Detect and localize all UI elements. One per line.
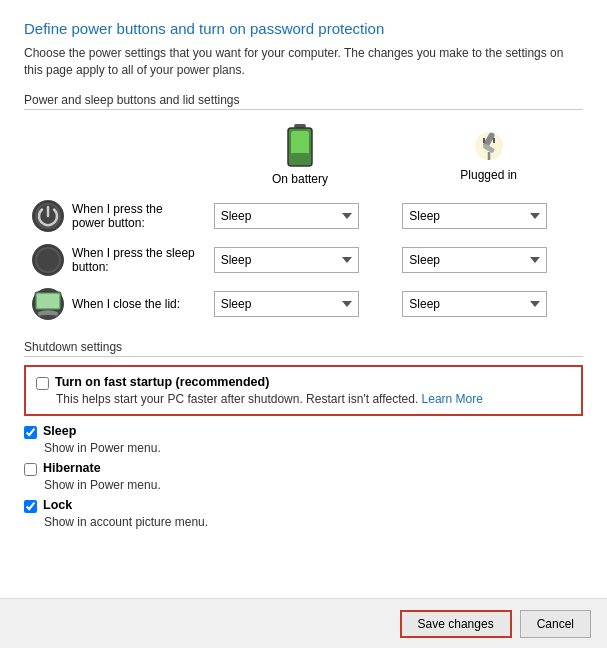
save-button[interactable]: Save changes [400,610,512,638]
hibernate-checkbox[interactable] [24,463,37,476]
plugged-in-select-1[interactable]: Do nothingSleepHibernateShut down [402,247,547,273]
row-icon-sleep [32,244,64,276]
hibernate-label[interactable]: Hibernate [43,461,101,475]
col-plugged-in: Plugged in [394,120,583,194]
fast-startup-checkbox[interactable] [36,377,49,390]
section1-label: Power and sleep buttons and lid settings [24,93,583,110]
sleep-label[interactable]: Sleep [43,424,76,438]
fast-startup-box: Turn on fast startup (recommended) This … [24,365,583,416]
on-battery-select-cell: Do nothingSleepHibernateShut down [206,194,395,238]
row-icon-lid [32,288,64,320]
row-label: When I press the power button: [72,202,198,230]
svg-rect-3 [291,153,309,159]
plugged-in-select-2[interactable]: Do nothingSleepHibernateShut down [402,291,547,317]
plugged-in-select-0[interactable]: Do nothingSleepHibernateShut down [402,203,547,229]
row-label-cell: When I press the sleep button: [24,238,206,282]
lock-label[interactable]: Lock [43,498,72,512]
plugged-in-label: Plugged in [460,168,517,182]
panel: Define power buttons and turn on passwor… [0,0,607,648]
row-icon-power [32,200,64,232]
plugged-in-select-cell: Do nothingSleepHibernateShut down [394,238,583,282]
pluggedin-icon [471,128,507,164]
shutdown-section: Shutdown settings Turn on fast startup (… [24,340,583,529]
learn-more-link[interactable]: Learn More [422,392,483,406]
sleep-sub-label: Show in Power menu. [44,441,583,455]
sleep-option-block: Sleep Show in Power menu. [24,424,583,455]
footer: Save changes Cancel [0,598,607,648]
fast-startup-label[interactable]: Turn on fast startup (recommended) [55,375,269,389]
row-label-cell: When I close the lid: [24,282,206,326]
on-battery-select-cell: Do nothingSleepHibernateShut down [206,282,395,326]
on-battery-select-0[interactable]: Do nothingSleepHibernateShut down [214,203,359,229]
svg-point-13 [37,249,59,271]
hibernate-sub-label: Show in Power menu. [44,478,583,492]
row-label: When I close the lid: [72,297,180,311]
on-battery-label: On battery [272,172,328,186]
row-label: When I press the sleep button: [72,246,198,274]
fast-startup-description: This helps start your PC faster after sh… [56,392,571,406]
lock-checkbox[interactable] [24,500,37,513]
sleep-checkbox[interactable] [24,426,37,439]
page-title: Define power buttons and turn on passwor… [24,20,583,37]
battery-icon [286,124,314,168]
on-battery-select-cell: Do nothingSleepHibernateShut down [206,238,395,282]
power-row: When I close the lid: Do nothingSleepHib… [24,282,583,326]
col-on-battery: On battery [206,120,395,194]
power-row: When I press the sleep button: Do nothin… [24,238,583,282]
hibernate-option-block: Hibernate Show in Power menu. [24,461,583,492]
section2-label: Shutdown settings [24,340,583,357]
svg-rect-15 [37,294,59,308]
cancel-button[interactable]: Cancel [520,610,591,638]
plugged-in-select-cell: Do nothingSleepHibernateShut down [394,282,583,326]
row-label-cell: When I press the power button: [24,194,206,238]
power-grid: On battery [24,120,583,326]
lock-sub-label: Show in account picture menu. [44,515,583,529]
on-battery-select-2[interactable]: Do nothingSleepHibernateShut down [214,291,359,317]
description: Choose the power settings that you want … [24,45,583,79]
lock-option-block: Lock Show in account picture menu. [24,498,583,529]
plugged-in-select-cell: Do nothingSleepHibernateShut down [394,194,583,238]
power-row: When I press the power button: Do nothin… [24,194,583,238]
on-battery-select-1[interactable]: Do nothingSleepHibernateShut down [214,247,359,273]
